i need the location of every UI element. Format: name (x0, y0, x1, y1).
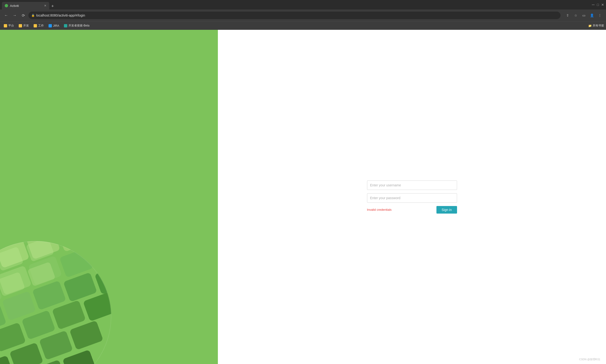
all-bookmarks-button[interactable]: 📁 所有书签 (588, 24, 604, 28)
address-bar[interactable]: 🔒 localhost:8080/activiti-app/#/login (28, 12, 561, 19)
bookmark-button[interactable]: ☆ (572, 12, 579, 19)
address-text: localhost:8080/activiti-app/#/login (36, 13, 85, 17)
new-tab-button[interactable]: + (49, 3, 56, 10)
bookmark-favicon (49, 24, 52, 27)
close-window-button[interactable]: ✕ (601, 3, 604, 7)
browser-toolbar: ← → ⟳ 🔒 localhost:8080/activiti-app/#/lo… (0, 10, 606, 21)
tab-close-button[interactable]: ✕ (44, 4, 46, 7)
sidebar-toggle-button[interactable]: ▭ (580, 12, 587, 19)
lock-icon: 🔒 (31, 14, 35, 17)
browser-window: Activiti ✕ + ─ □ ✕ ← → ⟳ 🔒 localhost:808… (0, 0, 606, 364)
bookmark-favicon (4, 24, 7, 27)
all-bookmarks-label: 所有书签 (593, 24, 604, 28)
bookmark-item-work[interactable]: 工作 (32, 23, 46, 28)
minimize-button[interactable]: ─ (592, 3, 594, 7)
bookmark-label: 平台 (8, 24, 14, 28)
bookmark-item-devsearch[interactable]: 开发者搜索-Beta (62, 23, 91, 28)
form-footer: Invalid credentials Sign in (367, 206, 457, 214)
bookmark-label: JIRA (53, 24, 59, 27)
tab-favicon (5, 4, 8, 7)
password-input[interactable] (367, 193, 457, 203)
right-panel: Invalid credentials Sign in CSDN @按理时任 (218, 30, 606, 364)
svg-rect-22 (83, 292, 117, 322)
back-button[interactable]: ← (3, 12, 10, 19)
bookmark-item-platform[interactable]: 平台 (2, 23, 16, 28)
login-form: Invalid credentials Sign in (367, 181, 457, 214)
username-input[interactable] (367, 181, 457, 190)
bookmark-favicon (64, 24, 67, 27)
svg-rect-26 (69, 320, 103, 350)
bookmark-item-dev[interactable]: 开发 (17, 23, 31, 28)
svg-rect-14 (2, 291, 36, 321)
bookmark-label: 工作 (38, 24, 44, 28)
svg-rect-25 (39, 330, 73, 360)
globe-decoration (0, 210, 118, 364)
svg-rect-21 (52, 300, 86, 330)
sign-in-button[interactable]: Sign in (436, 206, 457, 214)
profile-button[interactable]: 👤 (589, 12, 595, 19)
left-panel (0, 30, 218, 364)
share-button[interactable]: ⇧ (564, 12, 571, 19)
bookmark-item-jira[interactable]: JIRA (47, 23, 61, 28)
svg-rect-5 (57, 222, 92, 252)
svg-rect-20 (22, 310, 56, 340)
bookmark-label: 开发 (23, 24, 29, 28)
menu-button[interactable]: ⋮ (596, 12, 603, 19)
title-bar: Activiti ✕ + ─ □ ✕ (0, 0, 606, 10)
bookmarks-folder-icon: 📁 (588, 24, 592, 27)
bookmarks-bar: 平台 开发 工作 JIRA 开发者搜索-Beta 📁 所有书签 (0, 21, 606, 30)
svg-rect-11 (89, 240, 118, 269)
watermark: CSDN @按理时任 (579, 358, 600, 361)
page-content: Invalid credentials Sign in CSDN @按理时任 (0, 30, 606, 364)
refresh-button[interactable]: ⟳ (20, 12, 27, 19)
bookmark-favicon (34, 24, 37, 27)
tab-title: Activiti (10, 4, 19, 8)
bookmark-label: 开发者搜索-Beta (69, 24, 90, 28)
forward-button[interactable]: → (11, 12, 18, 19)
error-message: Invalid credentials (367, 208, 392, 211)
bookmark-favicon (19, 24, 22, 27)
tab-bar: Activiti ✕ + (2, 0, 56, 10)
maximize-button[interactable]: □ (597, 3, 599, 7)
toolbar-right: ⇧ ☆ ▭ 👤 ⋮ (564, 12, 603, 19)
active-tab[interactable]: Activiti ✕ (2, 2, 49, 10)
